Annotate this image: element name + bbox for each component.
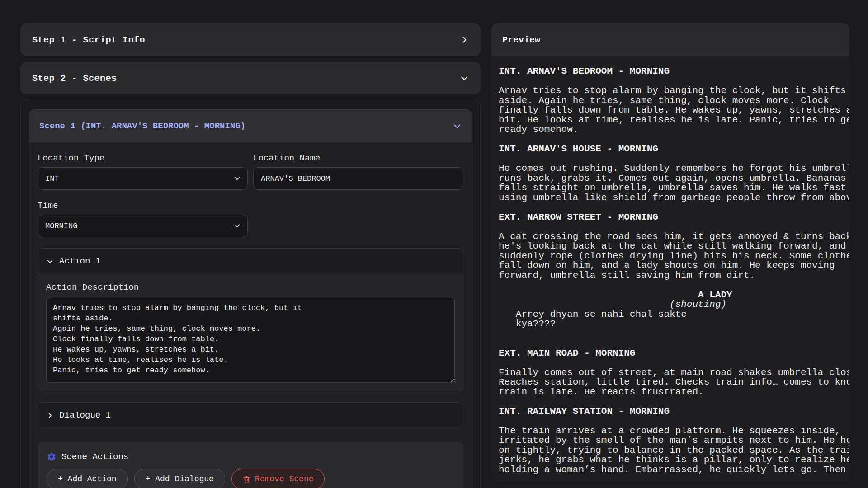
preview-line: A LADY <box>499 290 842 300</box>
location-name-field <box>253 167 463 190</box>
time-field: MORNING <box>38 215 248 237</box>
action-1-header[interactable]: Action 1 <box>38 249 463 274</box>
chevron-right-icon <box>460 35 469 44</box>
location-type-label: Location Type <box>38 153 248 163</box>
preview-line: falls straight on umbrella, umbrella sav… <box>499 183 842 193</box>
scene-body: Location Type INT Location Name <box>29 142 472 488</box>
preview-line: irritated by the smell of the man’s armp… <box>499 436 842 446</box>
preview-line: Arnav tries to stop alarm by banging the… <box>499 86 842 96</box>
preview-line: train is late. He reacts frustrated. <box>499 387 842 397</box>
add-action-button[interactable]: + Add Action <box>47 469 128 488</box>
preview-lines: INT. ARNAV'S BEDROOM - MORNING Arnav tri… <box>491 56 849 482</box>
remove-scene-label: Remove Scene <box>255 474 314 483</box>
preview-line: He comes out rushing. Suddenly remembers… <box>499 164 842 174</box>
location-name-input[interactable] <box>253 167 463 190</box>
action-description-label: Action Description <box>46 282 455 292</box>
gear-icon <box>47 452 57 462</box>
app: { "colors": { "accent_purple": "#a5b0f6"… <box>0 0 868 488</box>
remove-scene-button[interactable]: Remove Scene <box>231 469 325 488</box>
location-type-select[interactable]: INT <box>38 167 248 190</box>
preview-line: jerks, he grabs what he thinks is a pill… <box>499 455 842 465</box>
preview-line: fall down on him, and a lady shouts on h… <box>499 261 842 271</box>
wizard-panel: Step 1 - Script Info Step 2 - Scenes Sce… <box>20 23 481 488</box>
preview-line <box>499 154 842 164</box>
preview-line <box>499 76 842 86</box>
step-1-title: Step 1 - Script Info <box>32 35 145 45</box>
add-dialogue-button[interactable]: + Add Dialogue <box>134 469 225 488</box>
preview-line: The train arrives at a crowded platform.… <box>499 426 842 436</box>
action-1-title: Action 1 <box>59 256 100 266</box>
dialogue-1-header[interactable]: Dialogue 1 <box>38 403 463 428</box>
preview-line <box>499 338 842 348</box>
preview-line <box>499 416 842 426</box>
location-type-field: INT <box>38 167 248 190</box>
preview-line <box>499 397 842 407</box>
scene-1-title: Scene 1 (INT. ARNAV'S BEDROOM - MORNING) <box>39 121 245 131</box>
preview-line <box>499 358 842 368</box>
location-name-label: Location Name <box>253 153 463 163</box>
preview-line: INT. RAILWAY STATION - MORNING <box>499 407 842 417</box>
step-2-header[interactable]: Step 2 - Scenes <box>20 62 481 94</box>
step-1-header[interactable]: Step 1 - Script Info <box>20 23 481 56</box>
trash-icon <box>243 475 250 483</box>
preview-line <box>499 222 842 232</box>
preview-line: forward, umbrella still saving him from … <box>499 271 842 281</box>
preview-line: EXT. NARROW STREET - MORNING <box>499 212 842 222</box>
preview-line <box>499 135 842 145</box>
preview-line: suddenly rope (clothes drying line) hits… <box>499 251 842 261</box>
chevron-right-icon <box>47 412 53 419</box>
add-action-label: + Add Action <box>58 474 117 483</box>
preview-line <box>499 202 842 212</box>
preview-line: aside. Again he tries, same thing, clock… <box>499 96 842 106</box>
time-group: Time MORNING <box>38 201 248 237</box>
scene-actions-title: Scene Actions <box>61 452 128 462</box>
preview-line <box>499 329 842 339</box>
preview-title: Preview <box>502 35 540 45</box>
preview-line: A cat crossing the road sees him, it get… <box>499 232 842 242</box>
action-1-card: Action 1 Action Description Arnav tries … <box>38 248 463 391</box>
preview-line: (shouting) <box>499 300 842 310</box>
preview-header: Preview <box>491 23 849 56</box>
preview-line: using umbrella like shield from garbage … <box>499 193 842 203</box>
page: Step 1 - Script Info Step 2 - Scenes Sce… <box>0 0 868 488</box>
preview-line: finally falls down from table. He wakes … <box>499 105 842 115</box>
preview-line: kya???? <box>499 319 842 329</box>
preview-line <box>499 280 842 290</box>
chevron-down-icon <box>460 74 469 83</box>
preview-line: he's looking back at the cat while still… <box>499 241 842 251</box>
preview-line: holding a woman’s hand. Embarrassed, he … <box>499 465 842 475</box>
preview-line: INT. ARNAV'S BEDROOM - MORNING <box>499 66 842 76</box>
dialogue-1-card: Dialogue 1 <box>38 402 463 428</box>
preview-line: Finally comes out of street, at main roa… <box>499 368 842 378</box>
scene-actions-header: Scene Actions <box>47 452 454 462</box>
preview-line: ready somehow. <box>499 125 842 135</box>
step-2-title: Step 2 - Scenes <box>32 73 117 84</box>
preview-panel: Preview INT. ARNAV'S BEDROOM - MORNING A… <box>491 23 849 482</box>
location-name-group: Location Name <box>253 153 463 190</box>
action-1-body: Action Description Arnav tries to stop a… <box>38 274 463 391</box>
preview-line: Reaches station, little tired. Checks tr… <box>499 377 842 387</box>
preview-line: on tightly, trying to balance in the pac… <box>499 446 842 455</box>
time-select[interactable]: MORNING <box>38 215 248 237</box>
time-label: Time <box>38 201 248 211</box>
step-2-content: Scene 1 (INT. ARNAV'S BEDROOM - MORNING)… <box>20 100 481 488</box>
chevron-down-icon <box>47 258 53 265</box>
chevron-down-icon <box>453 122 462 131</box>
location-type-group: Location Type INT <box>38 153 248 190</box>
action-description-textarea[interactable]: Arnav tries to stop alarm by banging the… <box>46 298 455 383</box>
preview-line: bit. He looks at time, realises he is la… <box>499 115 842 125</box>
scene-actions-card: Scene Actions + Add Action + Add Dialogu… <box>38 442 463 488</box>
time-row: Time MORNING <box>38 201 463 237</box>
scene-1-header[interactable]: Scene 1 (INT. ARNAV'S BEDROOM - MORNING) <box>29 110 472 142</box>
dialogue-1-title: Dialogue 1 <box>59 410 111 420</box>
location-row: Location Type INT Location Name <box>38 153 463 190</box>
add-dialogue-label: + Add Dialogue <box>146 474 214 483</box>
preview-line: runs back, grabs it. Comes out again, op… <box>499 174 842 183</box>
preview-line: INT. ARNAV'S HOUSE - MORNING <box>499 144 842 154</box>
preview-line: EXT. MAIN ROAD - MORNING <box>499 348 842 358</box>
preview-line: Arrey dhyan se nahi chal sakte <box>499 310 842 319</box>
scene-actions-buttons: + Add Action + Add Dialogue Remove Scene <box>47 469 454 488</box>
scene-card: Scene 1 (INT. ARNAV'S BEDROOM - MORNING)… <box>29 109 472 488</box>
